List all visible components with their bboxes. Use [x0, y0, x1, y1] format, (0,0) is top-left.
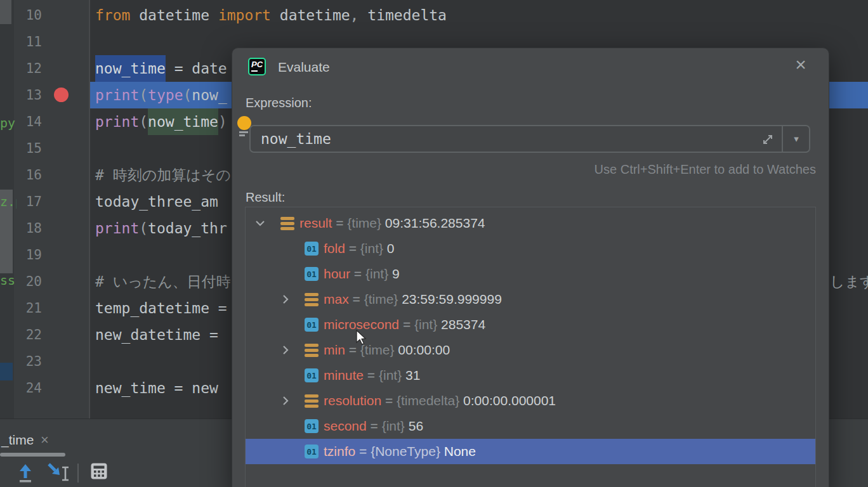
project-tree-scrollbar[interactable]: [0, 0, 11, 24]
project-tree-item[interactable]: py: [0, 115, 16, 131]
code-token: # いったん、日付時: [95, 273, 231, 290]
tab-scrollbar[interactable]: [0, 453, 65, 457]
primitive-icon: 01: [305, 368, 319, 382]
variable-entry: microsecond = {int} 285374: [324, 317, 485, 332]
code-token: import: [218, 7, 271, 23]
debug-tab[interactable]: _time: [1, 431, 34, 450]
variable-entry: result = {time} 09:31:56.285374: [299, 216, 485, 231]
object-icon: [305, 293, 319, 306]
line-number[interactable]: 10: [14, 2, 42, 29]
tree-row[interactable]: 01fold = {int} 0: [246, 236, 815, 261]
tree-row[interactable]: max = {time} 23:59:59.999999: [246, 287, 815, 312]
tree-row[interactable]: 01tzinfo = {NoneType} None: [246, 439, 815, 464]
code-token: (: [139, 87, 148, 103]
variable-entry: second = {int} 56: [324, 419, 423, 434]
mouse-cursor: [355, 330, 369, 346]
variable-entry: hour = {int} 9: [324, 266, 400, 282]
code-line[interactable]: from datetime import datetime, timedelta: [89, 2, 868, 29]
tree-row[interactable]: 01second = {int} 56: [246, 413, 815, 439]
step-out-icon[interactable]: [15, 462, 36, 484]
bulb-base: [239, 134, 245, 136]
line-number[interactable]: 17: [14, 188, 42, 215]
chevron-down-icon[interactable]: ▾: [784, 126, 809, 152]
code-token: # 時刻の加算はその: [95, 167, 231, 183]
run-to-cursor-icon[interactable]: [47, 462, 72, 484]
intention-bulb-icon[interactable]: [237, 116, 251, 130]
expression-label: Expression:: [246, 96, 312, 110]
code-token: ,: [350, 7, 368, 23]
editor-gutter[interactable]: 101112131415161718192021222324: [14, 0, 90, 419]
code-token: print: [95, 220, 139, 237]
result-tree[interactable]: result = {time} 09:31:56.28537401fold = …: [245, 207, 816, 487]
code-token: print: [95, 114, 139, 130]
variable-entry: resolution = {timedelta} 0:00:00.000001: [324, 393, 556, 408]
project-tree-edge: pyz.pss.: [0, 0, 14, 419]
primitive-icon: 01: [305, 445, 319, 458]
line-number[interactable]: 12: [14, 55, 42, 82]
primitive-icon: 01: [305, 318, 319, 332]
code-token: from: [95, 7, 130, 23]
expression-input[interactable]: now_time ▾: [249, 125, 810, 153]
close-icon[interactable]: ×: [789, 53, 812, 76]
evaluate-dialog: PC Evaluate × Expression: now_time ▾ Use…: [232, 48, 829, 487]
line-number[interactable]: 14: [14, 108, 42, 135]
code-token: print: [95, 87, 139, 103]
expression-value[interactable]: now_time: [261, 126, 331, 152]
expand-icon[interactable]: [760, 131, 776, 148]
line-number[interactable]: 23: [14, 348, 42, 375]
code-token: now_: [192, 87, 227, 103]
tree-row[interactable]: 01minute = {int} 31: [246, 363, 815, 388]
code-token: today_three_am: [95, 193, 218, 210]
variable-entry: max = {time} 23:59:59.999999: [324, 292, 502, 307]
toolbar-separator: [77, 464, 79, 483]
variable-entry: min = {time} 00:00:00: [324, 342, 450, 358]
line-number[interactable]: 16: [14, 162, 42, 188]
code-token: datetime: [271, 7, 350, 23]
code-token: ): [218, 114, 227, 130]
line-number[interactable]: 24: [14, 375, 42, 401]
code-token: now_time: [148, 108, 218, 135]
pycharm-logo-icon: PC: [248, 58, 266, 75]
line-number[interactable]: 20: [14, 268, 42, 295]
line-number[interactable]: 18: [14, 215, 42, 242]
code-token: temp_datetime =: [95, 300, 227, 316]
code-comment-fragment: します: [830, 268, 868, 295]
variable-entry: minute = {int} 31: [324, 368, 420, 383]
code-token: (: [139, 114, 148, 130]
breakpoint-icon[interactable]: [54, 88, 69, 102]
tree-row[interactable]: 01hour = {int} 9: [246, 261, 815, 287]
chevron-right-icon[interactable]: [279, 394, 305, 407]
evaluate-expression-icon[interactable]: [90, 462, 108, 480]
code-token: timedelta: [367, 7, 447, 23]
code-token: (: [139, 220, 148, 237]
line-number[interactable]: 21: [14, 295, 42, 321]
object-icon: [305, 344, 319, 357]
primitive-icon: 01: [305, 267, 319, 281]
watches-hint: Use Ctrl+Shift+Enter to add to Watches: [595, 162, 816, 177]
object-icon: [305, 394, 319, 408]
code-token: new_time = new: [95, 380, 218, 396]
chevron-down-icon[interactable]: [254, 217, 280, 230]
tab-close-icon[interactable]: ×: [41, 431, 49, 449]
code-token: = date: [166, 60, 227, 77]
chevron-right-icon[interactable]: [279, 293, 305, 306]
code-token: (: [183, 87, 192, 103]
field-divider: [782, 126, 783, 152]
tree-row[interactable]: min = {time} 00:00:00: [246, 337, 815, 363]
tree-row[interactable]: resolution = {timedelta} 0:00:00.000001: [246, 388, 815, 413]
code-token: today_thr: [148, 220, 227, 237]
line-number[interactable]: 15: [14, 135, 42, 162]
pycharm-window: from datetime import datetime, timedelta…: [0, 0, 868, 487]
tree-row[interactable]: result = {time} 09:31:56.285374: [246, 211, 815, 236]
project-tree-item[interactable]: z.p: [0, 194, 16, 209]
chevron-right-icon[interactable]: [279, 344, 305, 356]
line-number[interactable]: 13: [14, 82, 42, 108]
project-tree-item[interactable]: ss.: [0, 273, 16, 288]
tree-row[interactable]: 01microsecond = {int} 285374: [246, 312, 815, 337]
line-number[interactable]: 19: [14, 242, 42, 268]
line-number[interactable]: 11: [14, 29, 42, 55]
code-token: datetime: [130, 7, 218, 23]
primitive-icon: 01: [305, 242, 319, 256]
line-number[interactable]: 22: [14, 321, 42, 348]
dialog-title: Evaluate: [278, 58, 330, 76]
